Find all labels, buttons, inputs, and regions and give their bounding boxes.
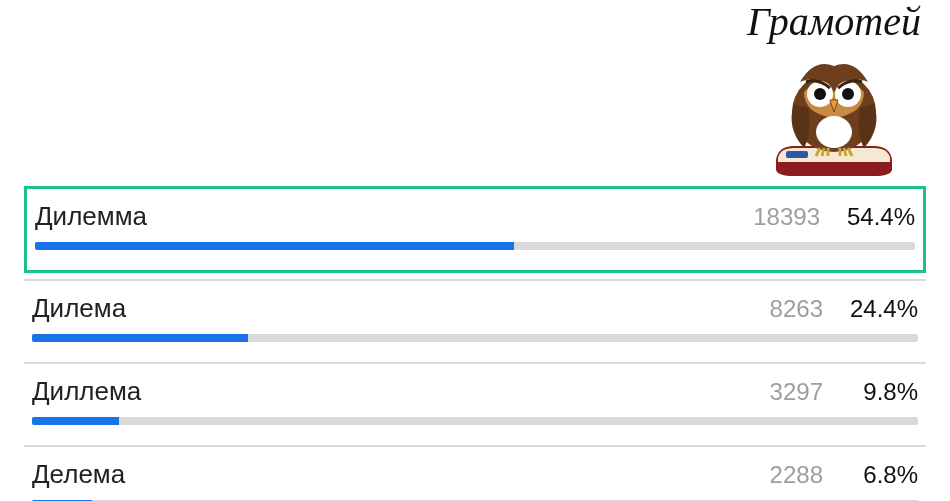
option-count: 8263 bbox=[733, 295, 823, 323]
option-label: Делема bbox=[32, 459, 733, 490]
poll-results: Дилемма 18393 54.4% Дилема 8263 24.4% Ди… bbox=[24, 186, 926, 501]
progress-fill bbox=[35, 242, 514, 250]
option-row[interactable]: Делема 2288 6.8% bbox=[24, 445, 926, 501]
option-label: Дилема bbox=[32, 293, 733, 324]
option-percent: 6.8% bbox=[823, 461, 918, 489]
option-count: 3297 bbox=[733, 378, 823, 406]
progress-bar bbox=[35, 242, 915, 250]
svg-rect-0 bbox=[786, 151, 808, 158]
option-label: Дилемма bbox=[35, 201, 730, 232]
option-percent: 9.8% bbox=[823, 378, 918, 406]
option-percent: 54.4% bbox=[820, 203, 915, 231]
brand-block: Грамотей bbox=[734, 2, 934, 178]
progress-fill bbox=[32, 417, 119, 425]
brand-title: Грамотей bbox=[734, 2, 934, 42]
svg-point-6 bbox=[816, 116, 852, 148]
option-count: 2288 bbox=[733, 461, 823, 489]
option-row[interactable]: Диллема 3297 9.8% bbox=[24, 362, 926, 445]
progress-bar bbox=[32, 334, 918, 342]
option-percent: 24.4% bbox=[823, 295, 918, 323]
svg-point-5 bbox=[842, 88, 854, 100]
option-count: 18393 bbox=[730, 203, 820, 231]
owl-on-book-icon bbox=[764, 48, 904, 178]
progress-bar bbox=[32, 417, 918, 425]
progress-fill bbox=[32, 334, 248, 342]
option-row[interactable]: Дилема 8263 24.4% bbox=[24, 279, 926, 362]
svg-point-4 bbox=[814, 88, 826, 100]
option-row-correct[interactable]: Дилемма 18393 54.4% bbox=[24, 186, 926, 273]
option-label: Диллема bbox=[32, 376, 733, 407]
